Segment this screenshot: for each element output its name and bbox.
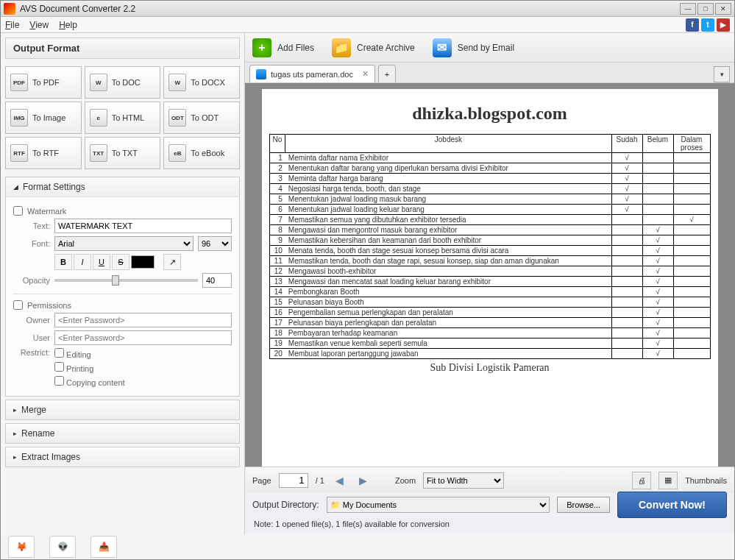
jobdesk-table: No Jobdesk Sudah Belum Dalam proses 1Mem… <box>269 134 711 359</box>
format-to-docx[interactable]: WTo DOCX <box>163 66 240 99</box>
folder-icon: 📁 <box>332 38 351 57</box>
next-page-button[interactable]: ▶ <box>355 473 372 488</box>
convert-button[interactable]: Convert Now! <box>617 492 727 518</box>
twitter-icon[interactable]: t <box>701 18 714 32</box>
extract-section: ▸Extract Images <box>5 447 240 467</box>
tab-close-button[interactable]: ✕ <box>362 69 369 79</box>
table-row: 9Memastikan kebersihan dan keamanan dari… <box>269 235 710 246</box>
word-icon <box>256 69 266 79</box>
tab-dropdown-button[interactable]: ▾ <box>714 66 730 82</box>
owner-label: Owner <box>13 316 50 325</box>
watermark-size-select[interactable]: 96 <box>198 236 232 251</box>
strike-button[interactable]: S <box>112 254 129 270</box>
format-icon: IMG <box>10 109 28 127</box>
merge-header[interactable]: ▸Merge <box>6 400 239 419</box>
thumbnails-icon[interactable]: ▦ <box>658 472 678 489</box>
format-to-pdf[interactable]: PDFTo PDF <box>5 66 82 99</box>
format-to-image[interactable]: IMGTo Image <box>5 102 82 134</box>
zoom-select[interactable]: Fit to Width <box>423 472 504 489</box>
document-tab[interactable]: tugas uts pameran.doc ✕ <box>249 65 375 82</box>
download-icon[interactable]: 📥 <box>90 536 117 558</box>
restrict-printing-checkbox[interactable] <box>54 362 64 372</box>
table-row: 18Pembayaran terhadap keamanan√ <box>269 328 710 339</box>
table-row: 8Mengawasi dan mengontrol masuk barang e… <box>269 225 710 235</box>
bold-button[interactable]: B <box>54 254 72 270</box>
table-row: 6Menentukan jadwal loading keluar barang… <box>269 205 710 215</box>
extract-header[interactable]: ▸Extract Images <box>6 447 239 467</box>
close-button[interactable]: ✕ <box>715 3 731 15</box>
browse-button[interactable]: Browse... <box>557 497 610 513</box>
table-row: 1Meminta daftar nama Exhibitor√ <box>269 153 710 163</box>
format-settings-section: ◢Format Settings Watermark Text: Font: A… <box>5 177 240 397</box>
wm-font-label: Font: <box>13 239 50 248</box>
format-icon: TXT <box>90 144 107 162</box>
watermark-text-input[interactable] <box>54 219 232 233</box>
add-files-button[interactable]: +Add Files <box>252 38 314 57</box>
create-archive-button[interactable]: 📁Create Archive <box>332 38 415 57</box>
table-row: 3Meminta daftar harga barang√ <box>269 174 710 184</box>
table-row: 17Pelunasan biaya perlengkapan dan peral… <box>269 318 710 328</box>
format-to-odt[interactable]: ODTTo ODT <box>163 102 240 134</box>
output-dir-label: Output Directory: <box>252 500 319 510</box>
format-icon: W <box>90 74 107 91</box>
left-panel: Output Format PDFTo PDFWTo DOCWTo DOCXIM… <box>1 33 245 534</box>
print-button[interactable]: 🖨 <box>632 472 651 489</box>
format-to-html[interactable]: eTo HTML <box>85 102 161 134</box>
table-row: 13Mengawasi dan mencatat saat loading ke… <box>269 277 710 287</box>
firefox-icon[interactable]: 🦊 <box>8 536 35 558</box>
table-row: 2Menentukan daftar barang yang diperluka… <box>269 163 710 174</box>
plus-icon: + <box>252 38 271 57</box>
watermark-label: Watermark <box>27 207 66 216</box>
restrict-editing-checkbox[interactable] <box>54 348 64 358</box>
document-viewport[interactable]: dhizka.blogspot.com No Jobdesk Sudah Bel… <box>245 83 734 467</box>
alien-icon[interactable]: 👽 <box>49 536 76 558</box>
wm-text-label: Text: <box>13 221 50 230</box>
blog-title: dhizka.blogspot.com <box>269 104 711 124</box>
italic-button[interactable]: I <box>74 254 91 270</box>
color-picker[interactable] <box>131 255 155 269</box>
format-to-doc[interactable]: WTo DOC <box>85 66 161 99</box>
output-dir-select[interactable]: 📁 My Documents <box>327 497 550 513</box>
menu-file[interactable]: File <box>5 20 19 30</box>
orientation-button[interactable]: ↗ <box>163 254 181 270</box>
youtube-icon[interactable]: ▶ <box>717 18 730 32</box>
opacity-label: Opacity <box>13 276 50 285</box>
restrict-label: Restrict: <box>13 348 50 357</box>
table-row: 15Pelunasan biaya Booth√ <box>269 297 710 308</box>
tab-bar: tugas uts pameran.doc ✕ + ▾ <box>245 63 734 83</box>
format-to-ebook[interactable]: eBTo eBook <box>163 137 240 169</box>
watermark-checkbox[interactable] <box>13 206 23 216</box>
rename-header[interactable]: ▸Rename <box>6 424 239 443</box>
permissions-label: Permissions <box>27 301 71 310</box>
format-to-txt[interactable]: TXTTo TXT <box>85 137 161 169</box>
format-icon: W <box>168 74 186 91</box>
page-number-input[interactable] <box>279 473 308 488</box>
opacity-value[interactable] <box>202 273 232 288</box>
app-icon <box>4 3 15 15</box>
format-settings-header[interactable]: ◢Format Settings <box>6 177 239 197</box>
opacity-slider[interactable] <box>54 279 198 282</box>
underline-button[interactable]: U <box>93 254 110 270</box>
menu-help[interactable]: Help <box>59 20 77 30</box>
restrict-copying-checkbox[interactable] <box>54 376 64 386</box>
menu-view[interactable]: View <box>29 20 49 30</box>
output-format-header: Output Format <box>5 38 240 59</box>
facebook-icon[interactable]: f <box>686 18 699 32</box>
thumbnails-label[interactable]: Thumbnails <box>685 476 727 485</box>
minimize-button[interactable]: — <box>680 3 696 15</box>
format-icon: eB <box>168 144 186 162</box>
user-password-input[interactable] <box>54 330 232 345</box>
main-toolbar: +Add Files 📁Create Archive ✉Send by Emai… <box>245 33 734 63</box>
send-email-button[interactable]: ✉Send by Email <box>433 38 514 57</box>
prev-page-button[interactable]: ◀ <box>332 473 348 488</box>
table-row: 20Membuat laporan pertanggung jawaban√ <box>269 349 710 359</box>
new-tab-button[interactable]: + <box>378 65 396 82</box>
mail-icon: ✉ <box>433 38 452 57</box>
owner-password-input[interactable] <box>54 313 232 327</box>
page-label: Page <box>252 476 271 485</box>
maximize-button[interactable]: □ <box>697 3 714 15</box>
rename-section: ▸Rename <box>5 423 240 444</box>
watermark-font-select[interactable]: Arial <box>54 236 193 251</box>
format-to-rtf[interactable]: RTFTo RTF <box>5 137 82 169</box>
permissions-checkbox[interactable] <box>13 300 23 310</box>
